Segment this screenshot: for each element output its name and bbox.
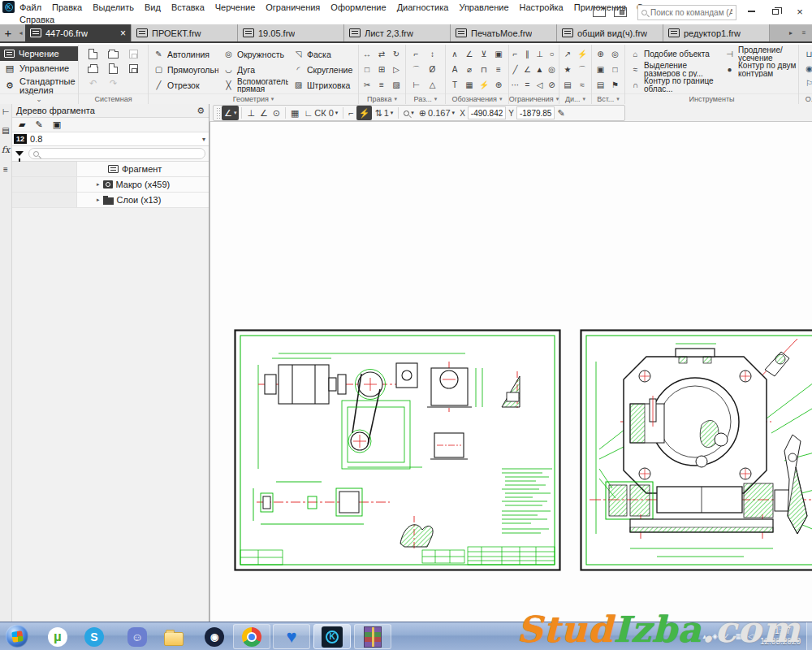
menu-view[interactable]: Вид [145,2,161,12]
diagnostic-tool-icon[interactable]: ⚡ [576,46,590,62]
insert-tool-icon[interactable]: ▤ [594,77,607,93]
mode-drawing-button[interactable]: Черчение [0,46,78,61]
menu-insert[interactable]: Вставка [171,2,205,12]
constraint-tool-icon[interactable]: ▲ [534,62,546,77]
sheet-drive-assembly[interactable] [234,329,561,571]
dimension-tool-icon[interactable]: ⊢ [409,77,423,93]
menu-settings[interactable]: Настройка [520,2,564,12]
zoom-value-dropdown[interactable]: ⊕0.167▾ [417,106,457,120]
constraint-tool-icon[interactable]: ╱ [510,62,521,77]
menu-file[interactable]: Файл [19,2,41,12]
menu-styling[interactable]: Оформление [330,2,386,12]
minimize-button[interactable] [739,0,763,23]
autoline-tool[interactable]: ✎Автолиния [149,50,218,59]
contour-two-tool[interactable]: ●Контур по двум контурам [719,62,798,77]
insert-tool-icon[interactable]: ◎ [608,46,622,62]
insert-tool-icon[interactable]: ⊕ [594,46,607,62]
diagnostic-tool-icon[interactable]: ★ [561,62,575,77]
image-icon[interactable]: ▣ [53,119,61,130]
constraint-tool-icon[interactable]: ∥ [522,46,533,62]
layer-icon[interactable]: ▰ [19,119,25,130]
utorrent-taskbar-button[interactable]: µ [46,626,69,648]
constraint-tool-icon[interactable]: ⊥ [534,46,546,62]
layout-window-icon[interactable] [593,7,606,17]
arc-tool[interactable]: ◡Дуга [218,65,288,75]
menu-diagnostics[interactable]: Диагностика [397,2,449,12]
segment-tool[interactable]: ╱Отрезок [149,80,218,90]
constraint-tool-icon[interactable]: ⋯ [510,77,521,93]
tray-icon[interactable]: ◁ [748,632,754,640]
tab-447-06[interactable]: 447-06.frw × [25,24,132,41]
o-tool-icon[interactable]: ◉ [802,63,812,75]
extend-trim-tool[interactable]: ⊣Продление/ усечение [719,46,798,62]
notation-tool-icon[interactable]: ▦ [463,77,477,93]
show-desktop-button[interactable] [806,622,812,650]
style-pen-icon[interactable]: ✎ [555,106,567,120]
tray-icon[interactable]: ◈ [712,632,718,640]
layout-panels-icon[interactable] [614,7,627,17]
menu-help[interactable]: Справка [19,15,54,24]
tab-obshiy-vid[interactable]: общий вид(ч).frw [557,24,663,41]
ortho-toggle-icon[interactable]: ⌐ [346,106,356,120]
print-icon[interactable] [88,67,98,73]
hatch-tool[interactable]: ▨Штриховка [288,80,358,90]
tab-scroll-right-icon[interactable]: ▸ [785,27,797,40]
dimension-select-tool[interactable]: ≈Выделение размеров с ру... [625,62,719,77]
tab-close-icon[interactable]: × [120,28,126,39]
undo-icon[interactable]: ↶ [89,78,97,89]
rectangle-tool[interactable]: ▢Прямоугольник [149,65,218,75]
constraint-tool-icon[interactable]: = [522,77,533,93]
grid-toggle-icon[interactable]: ▦ [288,106,301,120]
new-document-icon[interactable] [89,49,97,59]
chamfer-tool[interactable]: ◹Фаска [288,50,358,59]
auxiliary-line-tool[interactable]: ╳Вспомогатель... прямая [218,78,288,93]
o-tool-icon[interactable]: ⊔ [802,48,812,60]
dimension-tool-icon[interactable]: ⌒ [409,62,423,77]
notation-tool-icon[interactable]: ⌀ [463,62,477,77]
round-toggle-icon[interactable]: ⚡ [356,106,373,120]
menu-management[interactable]: Управление [459,2,508,12]
sheet-gearbox-section[interactable] [580,329,812,571]
expand-arrow-icon[interactable]: ▸ [97,197,100,203]
tab-reduktor1[interactable]: редуктор1.frw [663,24,770,41]
discord-taskbar-button[interactable]: ☺ [126,626,149,648]
constraint-tool-icon[interactable]: ⌐ [510,46,521,62]
edit-tool-icon[interactable]: ↔ [361,46,374,62]
chevron-down-icon[interactable]: ▾ [202,136,205,143]
explorer-taskbar-button[interactable] [162,626,185,648]
tab-scroll-left-icon[interactable]: ◂ [16,24,25,41]
tab-proekt[interactable]: ПРОЕКТ.frw [132,24,238,41]
heart-app-taskbar-button[interactable]: ♥ [273,624,310,649]
panel-menu-icon[interactable]: ≡ [3,165,8,174]
drag-handle[interactable] [216,107,220,119]
redo-icon[interactable]: ↷ [110,78,117,89]
contour-area-tool[interactable]: ∩Контур по границе облас... [625,77,719,93]
constraint-tool-icon[interactable]: ∠ [522,62,533,77]
save-icon[interactable] [129,50,138,58]
filter-funnel-icon[interactable] [15,151,24,156]
steam-taskbar-button[interactable]: ◉ [203,626,226,648]
tray-icon[interactable]: ▦ [736,632,743,640]
open-document-icon[interactable] [108,51,119,58]
tab-list-23[interactable]: Лист 2,3.frw [344,24,451,41]
dimension-tool-icon[interactable]: ⌐ [409,46,423,62]
edit-tool-icon[interactable]: ↻ [390,46,404,62]
tab-list-icon[interactable]: ≡ [798,27,810,40]
start-button[interactable] [6,625,28,648]
x-coordinate-value[interactable]: -490.842 [468,106,506,119]
fillet-tool[interactable]: ◜Скругление [288,65,358,75]
new-tab-button[interactable]: + [0,24,16,41]
notation-tool-icon[interactable]: ⊻ [477,46,491,62]
menu-drawing[interactable]: Черчение [215,2,256,12]
command-search[interactable] [637,5,736,20]
snap-perpendicular-icon[interactable]: ⊥ [244,106,257,120]
dimension-tool-icon[interactable]: Ø [425,62,439,77]
dimension-tool-icon[interactable]: △ [425,77,439,93]
insert-tool-icon[interactable]: ▣ [594,62,607,77]
notation-tool-icon[interactable]: ≡ [492,62,506,77]
constraint-tool-icon[interactable]: ○ [546,46,558,62]
notation-tool-icon[interactable]: ∧ [448,46,462,62]
y-coordinate-value[interactable]: -1879.85 [516,106,555,119]
expand-arrow-icon[interactable]: ▸ [97,181,100,188]
zoom-mode-dropdown[interactable]: ▾ [401,106,417,120]
